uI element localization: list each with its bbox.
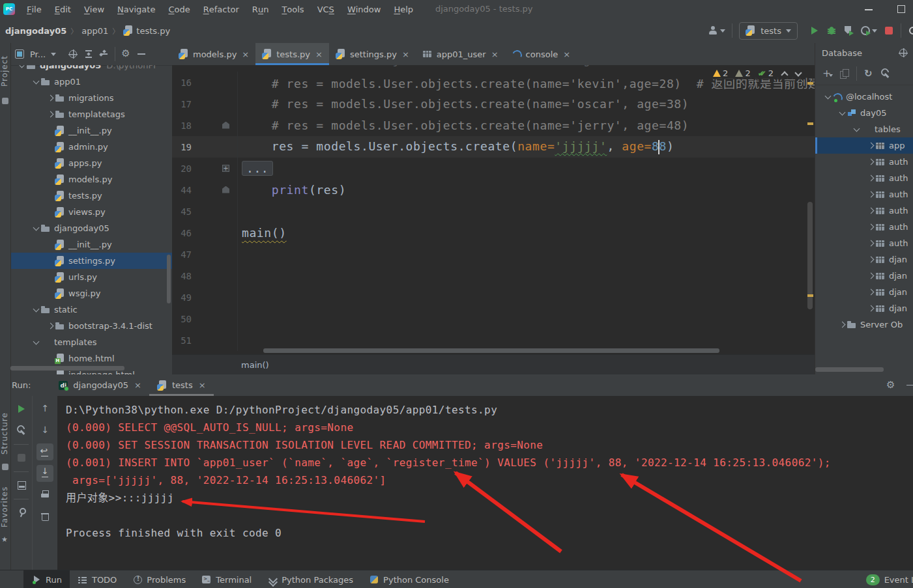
tree-item-djangoday05[interactable]: djangoday05D:\pythonPr xyxy=(10,65,172,74)
tree-item-bootstrap-3-4-1-dist[interactable]: bootstrap-3.4.1-dist xyxy=(10,318,172,334)
hide-panel-button[interactable] xyxy=(136,49,147,59)
tree-item-templates[interactable]: templates xyxy=(10,334,172,350)
statusbar-run[interactable]: Run xyxy=(23,570,70,588)
locate-file-button[interactable] xyxy=(68,49,78,59)
db-item-auth[interactable]: auth xyxy=(815,154,913,170)
tree-item-init-py[interactable]: __init__.py xyxy=(10,122,172,139)
tool-button-project[interactable]: Project xyxy=(0,48,10,94)
db-item-djan[interactable]: djan xyxy=(815,268,913,284)
tab-tests-py[interactable]: tests.py× xyxy=(255,43,329,65)
run-tab-tests[interactable]: tests× xyxy=(149,374,214,396)
passed-count[interactable]: ✔2 xyxy=(758,68,774,78)
db-item-djan[interactable]: djan xyxy=(815,300,913,316)
project-vertical-scrollbar[interactable] xyxy=(167,255,171,303)
expander-icon[interactable] xyxy=(866,288,875,297)
menu-window[interactable]: Window xyxy=(341,0,388,18)
expand-all-button[interactable] xyxy=(83,49,94,59)
tree-item-tests-py[interactable]: tests.py xyxy=(10,188,172,204)
expander-icon[interactable] xyxy=(866,239,875,248)
menu-refactor[interactable]: Refactor xyxy=(197,0,246,18)
expander-icon[interactable] xyxy=(837,109,847,118)
maximize-button[interactable] xyxy=(896,4,906,14)
editor-vertical-scrollbar[interactable] xyxy=(807,202,813,309)
close-tab-icon[interactable]: × xyxy=(401,49,409,59)
statusbar-python-console[interactable]: Python Console xyxy=(361,570,457,588)
db-item-auth[interactable]: auth xyxy=(815,235,913,251)
refresh-button[interactable] xyxy=(863,68,874,79)
code-line-48[interactable]: 48 xyxy=(172,265,815,287)
collapse-all-button[interactable] xyxy=(99,49,109,59)
expander-icon[interactable] xyxy=(866,304,875,313)
tab-app01-user[interactable]: app01_user× xyxy=(416,43,505,65)
locate-icon[interactable] xyxy=(898,48,908,58)
code-line-20[interactable]: 20+... xyxy=(172,158,815,179)
run-tab-djangoday05[interactable]: djangoday05× xyxy=(50,374,149,396)
expander-icon[interactable] xyxy=(866,255,875,264)
code-line-50[interactable]: 50 xyxy=(172,308,815,329)
menu-tools[interactable]: Tools xyxy=(275,0,310,18)
tree-item-apps-py[interactable]: apps.py xyxy=(10,155,172,171)
menu-run[interactable]: Run xyxy=(246,0,276,18)
code-line-44[interactable]: 44 print(res) xyxy=(172,179,815,201)
rerun-button[interactable] xyxy=(13,400,30,417)
code-line-49[interactable]: 49 xyxy=(172,287,815,308)
expander-icon[interactable] xyxy=(46,110,55,119)
breadcrumb-tests-py[interactable]: tests.py xyxy=(136,26,170,36)
tab-settings-py[interactable]: settings.py× xyxy=(329,43,416,65)
db-item-day05[interactable]: day05 xyxy=(815,105,913,121)
soft-wrap-button[interactable] xyxy=(36,443,53,460)
expander-icon[interactable] xyxy=(31,224,40,233)
expander-icon[interactable] xyxy=(866,206,875,216)
code-line-46[interactable]: 46main() xyxy=(172,222,815,244)
close-tab-icon[interactable]: × xyxy=(240,49,249,59)
minimize-button[interactable] xyxy=(863,4,874,14)
close-tab-icon[interactable]: × xyxy=(490,49,499,59)
project-view-selector[interactable]: Pr... xyxy=(30,49,46,59)
expander-icon[interactable] xyxy=(823,92,832,102)
pin-tab-button[interactable] xyxy=(13,504,30,521)
db-item-auth[interactable]: auth xyxy=(815,203,913,219)
stop-button[interactable] xyxy=(884,25,894,36)
expander-icon[interactable] xyxy=(17,65,26,70)
run-settings-button[interactable] xyxy=(13,422,30,439)
expander-icon[interactable] xyxy=(866,190,875,199)
close-tab-icon[interactable]: × xyxy=(197,380,206,390)
statusbar-problems[interactable]: Problems xyxy=(124,570,194,588)
tool-button-favorites[interactable]: Favorites xyxy=(0,481,10,533)
run-button[interactable] xyxy=(809,25,820,36)
menu-view[interactable]: View xyxy=(78,0,111,18)
editor-breadcrumb[interactable]: main() xyxy=(172,354,815,374)
stripe-mark[interactable] xyxy=(807,82,813,85)
tree-item-urls-py[interactable]: urls.py xyxy=(10,269,172,285)
tree-item-admin-py[interactable]: admin.py xyxy=(10,139,172,155)
db-item-server-ob[interactable]: Server Ob xyxy=(815,316,913,333)
gear-icon[interactable] xyxy=(121,49,131,59)
stop-button[interactable] xyxy=(13,449,30,466)
expander-icon[interactable] xyxy=(852,125,861,134)
menu-vcs[interactable]: VCS xyxy=(311,0,341,18)
code-line-19[interactable]: 19 res = models.User.objects.create(name… xyxy=(172,136,815,158)
tab-models-py[interactable]: models.py× xyxy=(172,43,255,65)
stripe-mark[interactable] xyxy=(807,122,813,125)
next-problem-button[interactable] xyxy=(794,70,801,77)
db-item-djan[interactable]: djan xyxy=(815,284,913,300)
tree-item-app01[interactable]: app01 xyxy=(10,74,172,90)
tool-button-structure[interactable]: Structure xyxy=(0,408,10,460)
run-configuration-select[interactable]: tests xyxy=(739,22,798,40)
prev-occurrence-button[interactable] xyxy=(36,400,53,417)
expander-icon[interactable] xyxy=(866,158,875,167)
tab-console[interactable]: console× xyxy=(505,43,577,65)
tree-item-views-py[interactable]: views.py xyxy=(10,204,172,220)
tree-item-home-html[interactable]: home.html xyxy=(10,350,172,367)
run-with-coverage-button[interactable] xyxy=(843,25,854,36)
db-item-djan[interactable]: djan xyxy=(815,251,913,268)
expander-icon[interactable] xyxy=(31,338,40,347)
editor-horizontal-scrollbar[interactable] xyxy=(263,348,719,353)
tree-item-init-py[interactable]: __init__.py xyxy=(10,236,172,253)
breadcrumb-app01[interactable]: app01 xyxy=(81,26,108,36)
code-area[interactable]: # res = models.User.objects.create(name=… xyxy=(172,65,815,355)
expander-icon[interactable] xyxy=(46,94,55,103)
prev-problem-button[interactable] xyxy=(781,70,787,77)
search-everywhere-button[interactable] xyxy=(908,25,913,36)
expander-icon[interactable] xyxy=(837,320,847,329)
